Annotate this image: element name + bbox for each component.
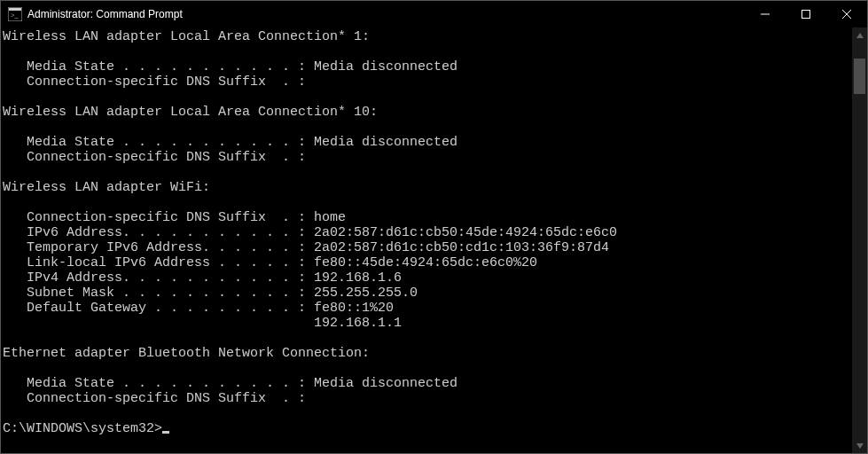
titlebar[interactable]: >_ Administrator: Command Prompt bbox=[1, 1, 867, 27]
close-button[interactable] bbox=[826, 1, 867, 27]
svg-marker-7 bbox=[856, 33, 864, 38]
vertical-scrollbar[interactable] bbox=[852, 27, 867, 453]
scroll-track[interactable] bbox=[852, 43, 867, 438]
svg-text:>_: >_ bbox=[11, 12, 20, 20]
content-area: Wireless LAN adapter Local Area Connecti… bbox=[1, 27, 867, 453]
svg-marker-8 bbox=[856, 443, 864, 449]
prompt[interactable]: C:\WINDOWS\system32> bbox=[3, 421, 162, 436]
scroll-down-button[interactable] bbox=[852, 438, 867, 453]
terminal-output[interactable]: Wireless LAN adapter Local Area Connecti… bbox=[1, 27, 852, 453]
scroll-up-button[interactable] bbox=[852, 27, 867, 43]
text-cursor bbox=[162, 431, 169, 434]
cmd-icon: >_ bbox=[8, 7, 22, 21]
window-title: Administrator: Command Prompt bbox=[27, 8, 183, 20]
maximize-button[interactable] bbox=[786, 1, 826, 27]
svg-rect-1 bbox=[9, 8, 21, 11]
cmd-window: >_ Administrator: Command Prompt Wireles… bbox=[0, 0, 868, 454]
svg-rect-4 bbox=[802, 11, 810, 19]
minimize-button[interactable] bbox=[745, 1, 786, 27]
scroll-thumb[interactable] bbox=[854, 59, 865, 94]
